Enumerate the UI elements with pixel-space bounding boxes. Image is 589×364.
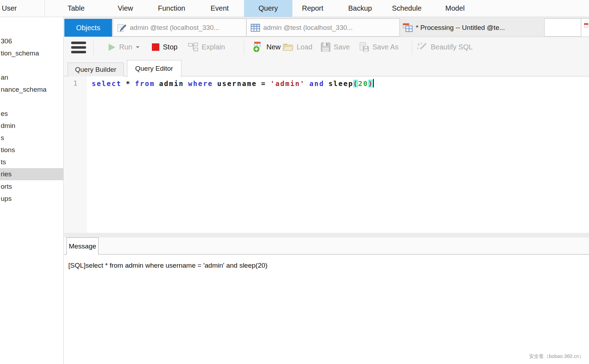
- sql-token-paren-open: (: [353, 80, 358, 87]
- stop-icon: [152, 43, 160, 51]
- stop-label: Stop: [163, 43, 177, 51]
- sidebar-item-tables[interactable]: es: [0, 108, 63, 120]
- message-log-text: [SQL]select * from admin where username …: [68, 262, 267, 269]
- sql-token: and: [309, 80, 324, 87]
- tab-processing-query[interactable]: * Processing -- Untitled @te...: [399, 19, 544, 37]
- tab-objects-label: Objects: [76, 24, 100, 32]
- sql-token: 'admin': [270, 80, 305, 87]
- navicat-window: User Table View Function Event Query Rep…: [0, 0, 589, 364]
- sidebar-item-views[interactable]: s: [0, 132, 63, 144]
- tab-fragment[interactable]: [582, 18, 589, 36]
- menu-table[interactable]: Table: [68, 0, 85, 17]
- sql-token: sleep: [329, 80, 354, 87]
- text-cursor: [373, 79, 374, 87]
- toolbar-separator: [244, 40, 244, 55]
- save-label: Save: [334, 43, 350, 51]
- tab-query-edit-label: admin @test (localhost_330...: [130, 24, 219, 32]
- load-label: Load: [297, 43, 313, 51]
- line-number: 1: [73, 79, 77, 87]
- message-tab-bar: Message: [64, 237, 589, 255]
- tab-table-view[interactable]: admin @test (localhost_330...: [246, 19, 399, 36]
- toolbar-separator: [412, 40, 412, 55]
- menu-divider: [44, 0, 45, 17]
- menu-user[interactable]: User: [2, 0, 17, 17]
- editor-mode-tab-bar: Query Builder Query Editor: [64, 57, 589, 76]
- sidebar-item-connection[interactable]: 306: [0, 35, 63, 47]
- sidebar-item-information-schema[interactable]: tion_schema: [0, 47, 63, 59]
- document-tab-group: admin @test (localhost_330... admin @tes…: [113, 18, 400, 37]
- sidebar-item-backups[interactable]: ups: [0, 193, 63, 205]
- tab-empty[interactable]: [544, 18, 581, 37]
- menu-bar: User Table View Function Event Query Rep…: [0, 0, 589, 17]
- table-grid-icon: [251, 23, 260, 32]
- run-label: Run: [119, 43, 132, 51]
- menu-report[interactable]: Report: [302, 0, 323, 17]
- document-tab-bar: Objects admin @test (localhost_330...: [64, 17, 589, 37]
- menu-event[interactable]: Event: [211, 0, 229, 17]
- run-dropdown-caret-icon[interactable]: [136, 46, 140, 49]
- sidebar-item-functions[interactable]: tions: [0, 144, 63, 156]
- menu-view[interactable]: View: [118, 0, 133, 17]
- watermark-text: 安全客（bobao.360.cn）: [529, 353, 584, 360]
- sql-token: where: [188, 80, 213, 87]
- new-label: New: [266, 43, 281, 51]
- hamburger-menu-icon[interactable]: [71, 42, 86, 53]
- menu-backup[interactable]: Backup: [348, 0, 372, 17]
- tab-query-edit[interactable]: admin @test (localhost_330...: [113, 19, 246, 36]
- sidebar-item-admin[interactable]: dmin: [0, 120, 63, 132]
- sidebar-item-reports[interactable]: orts: [0, 181, 63, 193]
- save-as-icon: [359, 42, 369, 52]
- query-processing-icon: [403, 23, 413, 32]
- menu-query[interactable]: Query: [244, 0, 292, 17]
- sql-token: username: [217, 80, 257, 87]
- sidebar-item-events[interactable]: ts: [0, 156, 63, 168]
- sql-token: select: [92, 80, 122, 87]
- tab-message[interactable]: Message: [67, 237, 99, 255]
- navigation-pane: 306 tion_schema an nance_schema es dmin …: [0, 17, 63, 364]
- save-icon: [321, 42, 330, 52]
- query-icon-fragment: [584, 23, 588, 27]
- panel-splitter[interactable]: [64, 233, 589, 237]
- new-query-button[interactable]: New: [252, 37, 281, 57]
- sidebar-item-queries[interactable]: ries: [0, 168, 63, 180]
- tab-query-builder[interactable]: Query Builder: [68, 63, 124, 76]
- sql-token: =: [261, 80, 266, 87]
- new-query-icon: [252, 42, 263, 53]
- sql-token: admin: [159, 80, 184, 87]
- tab-objects[interactable]: Objects: [64, 19, 112, 37]
- tab-query-editor[interactable]: Query Editor: [127, 60, 181, 77]
- save-as-label: Save As: [372, 43, 398, 51]
- sidebar-divider: [63, 17, 64, 364]
- explain-button[interactable]: Explain: [188, 37, 225, 57]
- run-button[interactable]: Run: [107, 37, 140, 57]
- line-number-gutter: [64, 76, 87, 233]
- query-toolbar: Run Stop Explain: [64, 37, 589, 57]
- menu-schedule[interactable]: Schedule: [392, 0, 421, 17]
- sql-editor[interactable]: 1 select*fromadminwhereusername='admin'a…: [64, 76, 589, 233]
- sql-token: 20: [358, 80, 368, 87]
- sql-token-paren-close: ): [368, 80, 373, 87]
- pencil-icon: [117, 23, 127, 32]
- folder-icon: [283, 43, 293, 52]
- beautify-sql-label: Beautify SQL: [431, 43, 473, 51]
- message-panel: [SQL]select * from admin where username …: [64, 255, 589, 364]
- sql-token: from: [135, 80, 155, 87]
- sql-token: *: [126, 80, 131, 87]
- tab-table-view-label: admin @test (localhost_330...: [263, 24, 353, 32]
- sql-code-line[interactable]: select*fromadminwhereusername='admin'and…: [92, 79, 374, 87]
- beautify-sql-button[interactable]: Beautify SQL: [417, 37, 473, 57]
- menu-function[interactable]: Function: [158, 0, 185, 17]
- toolbar-separator: [93, 40, 94, 55]
- sidebar-item-performance-schema[interactable]: nance_schema: [0, 84, 63, 96]
- save-button[interactable]: Save: [321, 37, 350, 57]
- load-button[interactable]: Load: [283, 37, 313, 57]
- explain-label: Explain: [202, 43, 225, 51]
- run-icon: [107, 43, 116, 52]
- sidebar-item-an[interactable]: an: [0, 71, 63, 84]
- stop-button[interactable]: Stop: [152, 37, 177, 57]
- explain-icon: [188, 43, 198, 52]
- menu-model[interactable]: Model: [445, 0, 465, 17]
- tab-processing-label: * Processing -- Untitled @te...: [416, 24, 505, 32]
- magic-wand-icon: [417, 42, 428, 53]
- save-as-button[interactable]: Save As: [359, 37, 398, 57]
